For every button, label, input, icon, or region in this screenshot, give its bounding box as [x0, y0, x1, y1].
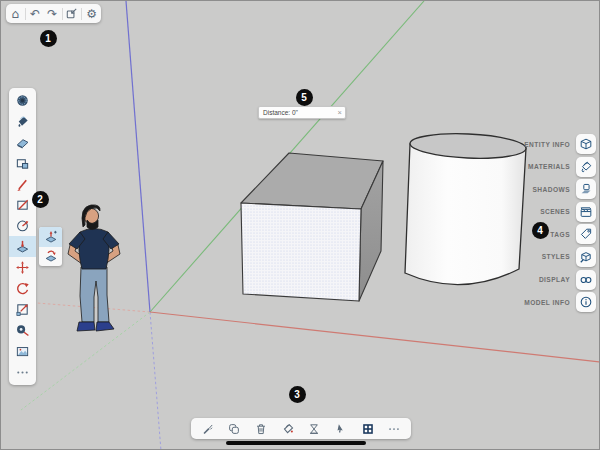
select-tool-button[interactable]	[9, 90, 36, 111]
model-info-label: MODEL INFO	[524, 299, 570, 306]
panel-row-materials: MATERIALS	[524, 157, 596, 177]
red-axis	[150, 312, 600, 362]
tags-label: TAGS	[550, 231, 570, 238]
scenes-label: SCENES	[540, 208, 570, 215]
copy-button[interactable]	[224, 419, 244, 438]
home-button[interactable]: ⌂	[7, 5, 23, 22]
pattern-button[interactable]	[358, 419, 378, 438]
panel-row-scenes: SCENES	[524, 202, 596, 222]
materials-label: MATERIALS	[528, 163, 570, 170]
panel-row-styles: STYLES	[524, 247, 596, 267]
materials-icon	[579, 160, 593, 174]
rectangular-box[interactable]	[241, 153, 383, 301]
copy-icon	[227, 422, 241, 436]
sketchup-app-window: ⌂ ↶ ↷ ⚙	[0, 0, 600, 450]
image-tool-button[interactable]	[9, 341, 36, 362]
panel-row-model-info: MODEL INFO	[524, 292, 596, 312]
styles-button[interactable]	[576, 247, 596, 267]
brush-button[interactable]	[198, 419, 218, 438]
eraser-tool-icon	[15, 135, 30, 150]
display-button[interactable]	[576, 270, 596, 290]
delete-button[interactable]	[251, 419, 271, 438]
rotate-tool-button[interactable]	[9, 278, 36, 299]
image-tool-icon	[15, 344, 30, 359]
home-icon: ⌂	[12, 8, 20, 20]
export-icon	[65, 7, 78, 20]
top-toolbar: ⌂ ↶ ↷ ⚙	[6, 4, 101, 23]
bottom-toolbar	[191, 418, 411, 439]
tape-measure-tool-icon	[15, 323, 30, 338]
callout-badge-1: 1	[40, 30, 57, 47]
redo-icon: ↷	[47, 8, 57, 20]
person-figure[interactable]	[68, 205, 120, 331]
shadows-button[interactable]	[576, 179, 596, 199]
paint-tool-button[interactable]	[9, 111, 36, 132]
more-tools-icon	[15, 365, 30, 380]
styles-label: STYLES	[542, 253, 570, 260]
paint-icon	[281, 422, 295, 436]
arc-tool-icon	[15, 218, 30, 233]
export-button[interactable]	[64, 5, 80, 22]
flip-button[interactable]	[304, 419, 324, 438]
model-viewport[interactable]	[1, 1, 600, 450]
blue-axis-negative	[150, 312, 161, 450]
close-icon[interactable]: ×	[338, 108, 345, 117]
panel-row-entity-info: ENTITY INFO	[524, 134, 596, 154]
callout-badge-4: 4	[532, 222, 549, 239]
push-pull-variant-icon	[44, 230, 58, 244]
tags-icon	[579, 227, 593, 241]
line-tool-icon	[15, 177, 30, 192]
cylinder[interactable]	[405, 131, 526, 284]
more-button[interactable]	[384, 419, 404, 438]
line-tool-button[interactable]	[9, 174, 36, 195]
cursor-button[interactable]	[331, 419, 351, 438]
panel-row-shadows: SHADOWS	[524, 179, 596, 199]
redo-button[interactable]: ↷	[44, 5, 60, 22]
rectangle-tool-icon	[15, 197, 30, 212]
paint-button[interactable]	[278, 419, 298, 438]
shadows-icon	[579, 182, 593, 196]
trash-icon	[254, 422, 268, 436]
eraser-tool-button[interactable]	[9, 132, 36, 153]
arc-tool-button[interactable]	[9, 215, 36, 236]
styles-icon	[579, 250, 593, 264]
display-label: DISPLAY	[539, 276, 570, 283]
push-pull-variant-button[interactable]	[39, 227, 62, 247]
settings-icon: ⚙	[86, 8, 97, 20]
tags-button[interactable]	[576, 224, 596, 244]
cylinder-body[interactable]	[405, 144, 526, 285]
display-icon	[579, 273, 593, 287]
box-front-face-selected[interactable]	[241, 203, 361, 301]
tape-measure-tool-button[interactable]	[9, 320, 36, 341]
paint-tool-icon	[15, 114, 30, 129]
entity-info-button[interactable]	[576, 134, 596, 154]
entity-info-icon	[579, 137, 593, 151]
toolbar-separator	[81, 8, 82, 20]
measurement-box[interactable]: Distance: 0" ×	[258, 106, 346, 119]
shapes-tool-button[interactable]	[9, 153, 36, 174]
callout-badge-5: 5	[296, 89, 313, 106]
cursor-icon	[334, 422, 347, 435]
box-top-face[interactable]	[241, 153, 383, 209]
scenes-button[interactable]	[576, 202, 596, 222]
entity-info-label: ENTITY INFO	[524, 141, 570, 148]
model-info-button[interactable]	[576, 292, 596, 312]
undo-icon: ↶	[30, 8, 40, 20]
toolbar-separator	[25, 8, 26, 20]
move-tool-button[interactable]	[9, 257, 36, 278]
brush-icon	[201, 422, 215, 436]
settings-button[interactable]: ⚙	[84, 5, 100, 22]
more-tools-button[interactable]	[9, 362, 36, 383]
shapes-tool-icon	[15, 156, 30, 171]
callout-badge-3: 3	[289, 386, 306, 403]
undo-button[interactable]: ↶	[27, 5, 43, 22]
rotate-tool-icon	[15, 281, 30, 296]
push-pull-flyout	[39, 227, 62, 266]
callout-badge-2: 2	[32, 191, 49, 208]
panel-row-display: DISPLAY	[524, 270, 596, 290]
materials-button[interactable]	[576, 157, 596, 177]
scale-tool-button[interactable]	[9, 299, 36, 320]
offset-variant-button[interactable]	[39, 247, 62, 267]
push-pull-tool-button[interactable]	[9, 236, 36, 257]
home-indicator[interactable]	[226, 441, 366, 446]
